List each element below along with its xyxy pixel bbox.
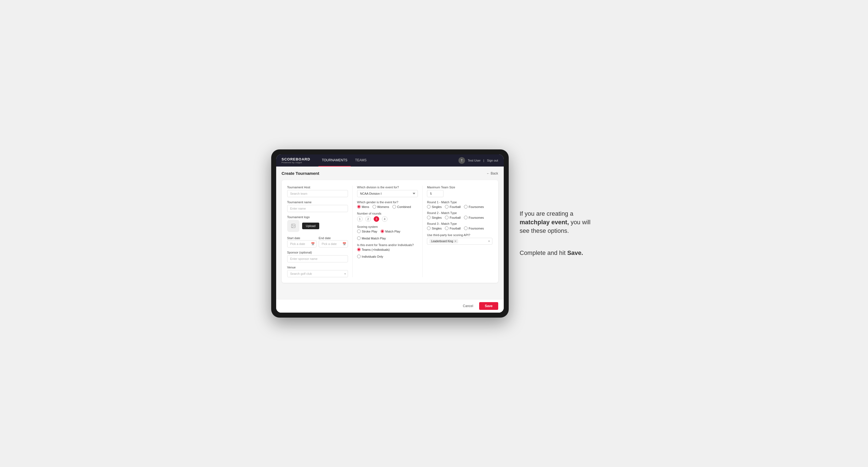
back-link[interactable]: ← Back xyxy=(486,172,498,175)
nav-teams[interactable]: TEAMS xyxy=(352,154,370,166)
annotation-right: If you are creating a matchplay event, y… xyxy=(520,210,597,257)
division-label: Which division is the event for? xyxy=(357,186,418,189)
round2-foursomes[interactable]: Foursomes xyxy=(464,216,484,219)
api-tag: Leaderboard King ✕ xyxy=(429,239,458,243)
upload-button[interactable]: Upload xyxy=(302,223,319,229)
calendar-icon: 📅 xyxy=(311,242,315,246)
signout-link[interactable]: Sign out xyxy=(487,159,498,162)
max-team-size-input[interactable]: 5 xyxy=(427,190,443,197)
tournament-name-input[interactable] xyxy=(287,205,348,212)
svg-point-1 xyxy=(292,225,293,225)
round3-label: Round 3 - Match Type xyxy=(427,222,492,225)
teams-option[interactable]: Teams (+Individuals) xyxy=(357,248,390,251)
gender-label: Which gender is the event for? xyxy=(357,200,418,204)
round2-options: Singles Fourball Foursomes xyxy=(427,216,492,219)
teams-individuals-label: Is this event for Teams and/or Individua… xyxy=(357,243,418,247)
round3-options: Singles Fourball Foursomes xyxy=(427,226,492,230)
annotation-bottom-text: Complete and hit Save. xyxy=(520,249,597,257)
rounds-group: Number of rounds 1 2 3 4 xyxy=(357,212,418,222)
rounds-options: 1 2 3 4 xyxy=(357,216,418,222)
tournament-name-group: Tournament name xyxy=(287,200,348,212)
page-title: Create Tournament xyxy=(282,171,319,176)
gender-mens[interactable]: Mens xyxy=(357,205,369,209)
gender-womens[interactable]: Womens xyxy=(373,205,389,209)
tournament-host-group: Tournament Host xyxy=(287,186,348,197)
logo-text: SCOREBOARD xyxy=(282,157,310,161)
save-button[interactable]: Save xyxy=(479,302,498,310)
gender-radio-group: Mens Womens Combined xyxy=(357,205,418,209)
scoring-radio-group: Stroke Play Match Play Medal Match Play xyxy=(357,229,418,240)
annotation-bottom: Complete and hit Save. xyxy=(520,249,597,257)
scoring-match[interactable]: Match Play xyxy=(380,229,400,233)
round-2-btn[interactable]: 2 xyxy=(365,216,371,222)
sponsor-label: Sponsor (optional) xyxy=(287,251,348,254)
individuals-option[interactable]: Individuals Only xyxy=(357,255,383,258)
round2-fourball[interactable]: Fourball xyxy=(445,216,461,219)
main-content: Create Tournament ← Back Tournament Host… xyxy=(276,166,504,299)
end-date-wrapper: 📅 xyxy=(319,240,348,247)
date-group: Start date 📅 End date xyxy=(287,235,348,247)
round1-fourball[interactable]: Fourball xyxy=(445,205,461,209)
tournament-logo-label: Tournament logo xyxy=(287,215,348,219)
nav-links: TOURNAMENTS TEAMS xyxy=(318,154,458,166)
round2-label: Round 2 - Match Type xyxy=(427,211,492,215)
round1-foursomes[interactable]: Foursomes xyxy=(464,205,484,209)
scoring-stroke[interactable]: Stroke Play xyxy=(357,229,377,233)
gender-group: Which gender is the event for? Mens Wome… xyxy=(357,200,418,209)
cancel-button[interactable]: Cancel xyxy=(460,302,476,310)
tournament-name-label: Tournament name xyxy=(287,200,348,204)
division-group: Which division is the event for? NCAA Di… xyxy=(357,186,418,197)
round1-singles[interactable]: Singles xyxy=(427,205,442,209)
round2-singles[interactable]: Singles xyxy=(427,216,442,219)
api-select-wrapper[interactable]: Leaderboard King ✕ ▾ xyxy=(427,238,492,245)
nav-separator: | xyxy=(483,159,484,162)
annotation-top: If you are creating a matchplay event, y… xyxy=(520,210,597,235)
logo-upload-area: Upload xyxy=(287,220,348,232)
tournament-logo-group: Tournament logo Upload xyxy=(287,215,348,232)
page-wrapper: SCOREBOARD Powered by clippit TOURNAMENT… xyxy=(11,149,857,318)
end-date-label: End date xyxy=(319,237,331,240)
third-party-api-group: Use third-party live scoring API? Leader… xyxy=(427,234,492,245)
venue-group: Venue Search golf club ▾ xyxy=(287,266,348,277)
round-4-btn[interactable]: 4 xyxy=(382,216,388,222)
scoring-medal-match[interactable]: Medal Match Play xyxy=(357,237,386,240)
api-dropdown-arrow[interactable]: ▾ xyxy=(488,240,490,243)
logo-sub: Powered by clippit xyxy=(282,161,310,164)
round3-singles[interactable]: Singles xyxy=(427,226,442,230)
logo-placeholder xyxy=(287,220,299,232)
api-tag-remove[interactable]: ✕ xyxy=(454,240,457,243)
round1-options: Singles Fourball Foursomes xyxy=(427,205,492,209)
scoring-label: Scoring system xyxy=(357,225,418,228)
venue-select[interactable]: Search golf club xyxy=(287,270,348,277)
form-col-1: Tournament Host Tournament name Tourname… xyxy=(287,186,353,277)
division-select[interactable]: NCAA Division I NCAA Division II NCAA Di… xyxy=(357,190,418,197)
tournament-host-input[interactable] xyxy=(287,190,348,197)
nav-tournaments[interactable]: TOURNAMENTS xyxy=(318,154,350,166)
annotation-top-text: If you are creating a matchplay event, y… xyxy=(520,210,597,235)
round3-fourball[interactable]: Fourball xyxy=(445,226,461,230)
user-avatar: T xyxy=(459,157,465,164)
rounds-label: Number of rounds xyxy=(357,212,418,215)
scoring-group: Scoring system Stroke Play Match Play xyxy=(357,225,418,240)
tablet-frame: SCOREBOARD Powered by clippit TOURNAMENT… xyxy=(271,149,509,318)
sponsor-input[interactable] xyxy=(287,255,348,262)
round2-match-type: Round 2 - Match Type Singles Fourball xyxy=(427,211,492,219)
tournament-host-label: Tournament Host xyxy=(287,186,348,189)
form-col-2: Which division is the event for? NCAA Di… xyxy=(357,186,423,277)
nav-user-text: Test User xyxy=(468,159,480,162)
venue-select-wrapper: Search golf club ▾ xyxy=(287,270,348,277)
navbar: SCOREBOARD Powered by clippit TOURNAMENT… xyxy=(276,154,504,166)
round-3-btn[interactable]: 3 xyxy=(374,216,379,222)
form-col-3: Maximum Team Size 5 Round 1 - Match Type… xyxy=(427,186,492,277)
round1-match-type: Round 1 - Match Type Singles Fourball xyxy=(427,200,492,209)
start-date-wrapper: 📅 xyxy=(287,240,316,247)
sponsor-group: Sponsor (optional) xyxy=(287,251,348,262)
round3-match-type: Round 3 - Match Type Singles Fourball xyxy=(427,222,492,230)
nav-right: T Test User | Sign out xyxy=(459,157,498,164)
round-1-btn[interactable]: 1 xyxy=(357,216,363,222)
gender-combined[interactable]: Combined xyxy=(393,205,411,209)
match-type-section: Round 1 - Match Type Singles Fourball xyxy=(427,200,492,230)
round3-foursomes[interactable]: Foursomes xyxy=(464,226,484,230)
max-team-size-label: Maximum Team Size xyxy=(427,186,492,189)
teams-individuals-radio-group: Teams (+Individuals) Individuals Only xyxy=(357,248,418,258)
